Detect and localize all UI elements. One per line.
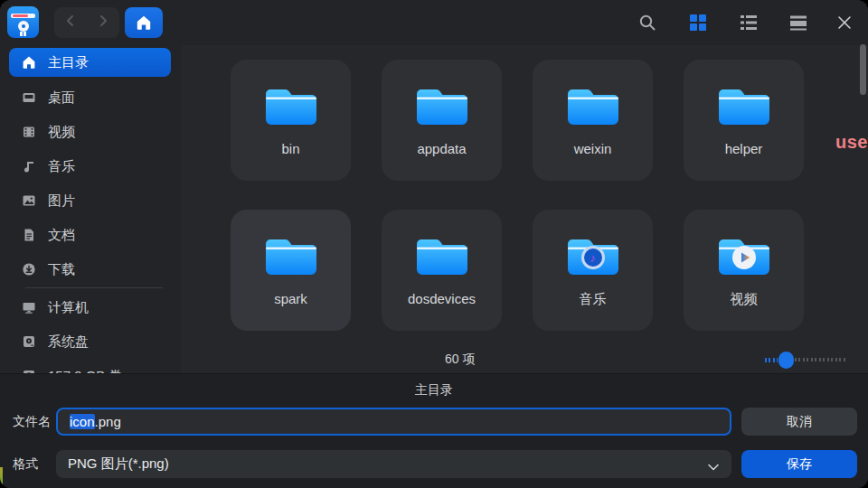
file-name: 视频 xyxy=(731,291,758,308)
app-icon-medal xyxy=(18,21,29,32)
file-tile-music-folder[interactable]: ♪ 音乐 xyxy=(533,210,653,331)
sidebar-item-label: 下载 xyxy=(48,261,75,278)
play-badge-icon xyxy=(732,246,756,269)
file-name: helper xyxy=(725,141,763,156)
forward-icon[interactable] xyxy=(94,12,112,33)
computer-icon xyxy=(21,300,36,315)
format-value: PNG 图片(*.png) xyxy=(68,455,169,473)
home-button[interactable] xyxy=(125,7,163,38)
sidebar-item-downloads[interactable]: 下载 xyxy=(9,255,171,284)
sidebar-item-music[interactable]: 音乐 xyxy=(9,152,171,181)
file-tile-helper[interactable]: helper xyxy=(684,60,804,181)
folder-icon xyxy=(565,84,621,129)
file-save-dialog-window: 主目录 桌面 视频 音乐 图片 文档 下载 计算机 xyxy=(0,0,868,488)
file-name: appdata xyxy=(417,141,466,156)
titlebar xyxy=(0,0,868,45)
app-icon-band xyxy=(11,14,35,18)
filename-input[interactable]: icon.png xyxy=(56,408,731,436)
file-name: 音乐 xyxy=(580,291,607,308)
music-icon xyxy=(21,159,36,174)
document-icon xyxy=(21,228,36,243)
scrollbar-thumb[interactable] xyxy=(860,44,866,95)
picture-icon xyxy=(21,193,36,209)
file-name: dosdevices xyxy=(408,291,476,306)
sidebar-item-pictures[interactable]: 图片 xyxy=(9,186,171,215)
sidebar-item-label: 文档 xyxy=(48,227,75,244)
grid-view-icon[interactable] xyxy=(689,14,707,32)
app-icon-ribbon xyxy=(20,32,26,36)
sidebar-item-label: 音乐 xyxy=(48,158,75,175)
disk-icon xyxy=(21,334,36,350)
sidebar: 主目录 桌面 视频 音乐 图片 文档 下载 计算机 xyxy=(0,45,181,373)
file-tile-video-folder[interactable]: 视频 xyxy=(684,210,804,331)
item-count-label: 60 项 xyxy=(445,352,475,368)
folder-icon xyxy=(263,234,319,279)
sidebar-item-label: 计算机 xyxy=(48,299,89,316)
sidebar-item-label: 系统盘 xyxy=(48,333,89,351)
sidebar-item-label: 视频 xyxy=(48,124,75,141)
watermark-artifact xyxy=(0,467,3,484)
chevron-down-icon xyxy=(707,459,720,474)
save-button[interactable]: 保存 xyxy=(741,450,857,478)
video-icon xyxy=(21,125,36,140)
list-view-icon[interactable] xyxy=(740,14,758,32)
icon-size-slider[interactable] xyxy=(765,351,848,369)
download-icon xyxy=(21,262,36,277)
sidebar-item-documents[interactable]: 文档 xyxy=(9,221,171,249)
file-tile-appdata[interactable]: appdata xyxy=(382,60,502,181)
save-dialog-footer: 主目录 文件名 icon.png 取消 格式 PNG 图片(*.png) 保存 xyxy=(0,373,868,488)
music-note-badge-icon: ♪ xyxy=(581,246,605,269)
file-tile-dosdevices[interactable]: dosdevices xyxy=(382,210,502,331)
slider-handle[interactable] xyxy=(778,352,794,369)
folder-icon xyxy=(414,234,470,279)
file-name: spark xyxy=(274,291,307,306)
file-tile-weixin[interactable]: weixin xyxy=(533,60,653,181)
sidebar-item-label: 桌面 xyxy=(48,89,75,107)
back-icon[interactable] xyxy=(61,12,80,33)
sidebar-item-volume[interactable]: 157.9 GB 卷 xyxy=(9,361,171,373)
filename-extension-text: .png xyxy=(95,414,121,429)
file-tile-spark[interactable]: spark xyxy=(231,210,351,331)
file-tile-bin[interactable]: bin xyxy=(231,60,351,181)
sidebar-divider xyxy=(25,287,163,288)
search-icon[interactable] xyxy=(638,14,656,32)
home-icon xyxy=(136,14,152,31)
sidebar-item-label: 图片 xyxy=(48,192,75,210)
sidebar-item-desktop[interactable]: 桌面 xyxy=(9,83,171,112)
format-label: 格式 xyxy=(13,450,38,478)
file-manager-app-icon xyxy=(7,6,39,38)
folder-icon xyxy=(716,84,772,129)
filename-selected-text: icon xyxy=(70,414,95,429)
sidebar-item-home[interactable]: 主目录 xyxy=(9,48,171,77)
format-select[interactable]: PNG 图片(*.png) xyxy=(56,450,731,478)
sidebar-item-computer[interactable]: 计算机 xyxy=(9,293,171,322)
folder-icon xyxy=(263,84,319,129)
file-grid: bin appdata weixin helper spark xyxy=(231,60,804,331)
slider-track-active xyxy=(765,358,778,362)
slider-track xyxy=(795,358,846,361)
desktop-icon xyxy=(21,90,36,106)
watermark-use-text: use xyxy=(835,132,868,153)
file-name: bin xyxy=(281,141,299,156)
close-icon[interactable] xyxy=(835,14,854,32)
nav-history-group xyxy=(54,7,119,38)
filename-label: 文件名 xyxy=(13,408,51,436)
detail-view-icon[interactable] xyxy=(789,14,807,32)
home-icon xyxy=(21,55,36,70)
sidebar-item-label: 主目录 xyxy=(48,54,89,71)
file-name: weixin xyxy=(574,141,612,156)
sidebar-item-videos[interactable]: 视频 xyxy=(9,117,171,146)
current-location-label: 主目录 xyxy=(0,382,868,399)
folder-icon xyxy=(414,84,470,129)
music-folder-icon: ♪ xyxy=(565,234,621,279)
cancel-button[interactable]: 取消 xyxy=(741,408,857,436)
video-folder-icon xyxy=(716,234,772,279)
sidebar-item-system-disk[interactable]: 系统盘 xyxy=(9,327,171,356)
